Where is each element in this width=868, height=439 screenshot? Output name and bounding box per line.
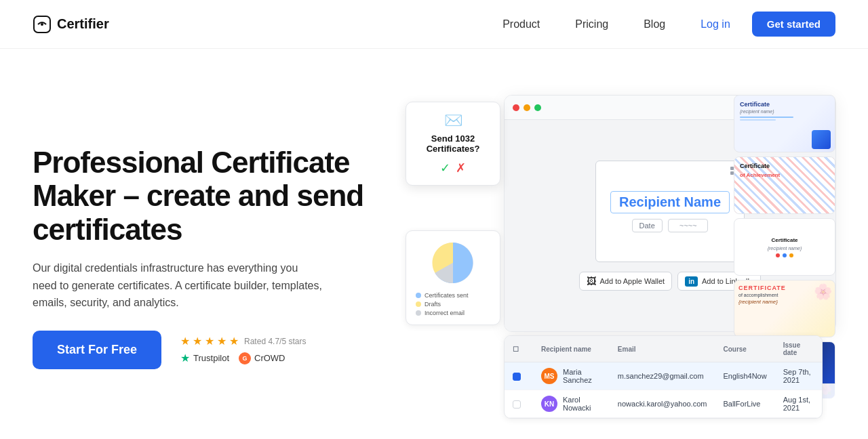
legend-drafts: Drafts bbox=[416, 301, 490, 308]
row1-name: MS Maria Sanchez bbox=[533, 362, 610, 390]
col-date: Issue date bbox=[775, 336, 822, 362]
nav-product[interactable]: Product bbox=[489, 13, 553, 36]
template-4-decor: 🌸 bbox=[814, 283, 832, 301]
nav-pricing[interactable]: Pricing bbox=[561, 13, 622, 36]
certificate-preview: Recipient Name Date ~~~~ bbox=[595, 161, 745, 262]
row1-course: English4Now bbox=[715, 362, 774, 390]
send-confirm-button[interactable]: ✓ bbox=[440, 161, 450, 175]
row2-name: KN Karol Nowacki bbox=[533, 390, 610, 418]
row2-course: BallForLive bbox=[715, 390, 774, 418]
window-maximize-dot bbox=[534, 104, 541, 111]
template-3-content: Certificate {recipient name} bbox=[734, 219, 835, 275]
table-row[interactable]: MS Maria Sanchez m.sanchez29@gmail.com E… bbox=[505, 362, 822, 390]
row1-check[interactable] bbox=[505, 362, 533, 390]
col-email: Email bbox=[610, 336, 715, 362]
checkbox-unchecked[interactable] bbox=[513, 400, 521, 409]
svg-point-1 bbox=[41, 23, 43, 26]
send-dialog: ✉️ Send 1032 Certificates? ✓ ✗ bbox=[406, 102, 500, 186]
recipients-table: ☐ Recipient name Email Course Issue date bbox=[505, 336, 822, 418]
window-close-dot bbox=[513, 104, 519, 111]
login-link[interactable]: Log in bbox=[687, 13, 744, 36]
linkedin-icon: in bbox=[685, 276, 698, 287]
crowd-label: CrOWD bbox=[254, 353, 285, 363]
legend-incorrect-label: Incorrect email bbox=[425, 310, 465, 316]
recipient-name: Karol Nowacki bbox=[563, 396, 601, 412]
template-1-content: Certificate {recipient name} bbox=[734, 96, 835, 126]
template-1-title: Certificate bbox=[740, 101, 829, 108]
trustpilot-badge: ★ Trustpilot bbox=[180, 352, 229, 364]
start-for-free-button[interactable]: Start For Free bbox=[33, 331, 161, 369]
row2-check[interactable] bbox=[505, 390, 533, 418]
avatar: MS bbox=[541, 368, 557, 384]
recipient-name: Maria Sanchez bbox=[563, 368, 601, 384]
recipient-name-field[interactable]: Recipient Name bbox=[610, 191, 730, 213]
col-check: ☐ bbox=[505, 336, 533, 362]
send-dialog-title: Send 1032 Certificates? bbox=[418, 133, 488, 154]
template-2-title: Certificate bbox=[740, 163, 770, 169]
logo[interactable]: Certifier bbox=[33, 15, 109, 34]
checkbox-checked[interactable] bbox=[513, 373, 521, 381]
window-minimize-dot bbox=[524, 104, 530, 111]
legend-drafts-label: Drafts bbox=[425, 301, 441, 308]
template-2-sub: of Achievement bbox=[740, 172, 780, 178]
pie-chart-card: Certificates sent Drafts Incorrect email bbox=[406, 230, 500, 325]
row1-email: m.sanchez29@gmail.com bbox=[610, 362, 715, 390]
send-cancel-button[interactable]: ✗ bbox=[456, 161, 466, 175]
email-icon: ✉️ bbox=[418, 112, 488, 129]
hero-heading: Professional Certificate Maker – create … bbox=[33, 146, 372, 246]
star-4: ★ bbox=[217, 335, 226, 348]
trustpilot-icon: ★ bbox=[180, 352, 190, 364]
recipients-table-card: ☐ Recipient name Email Course Issue date bbox=[504, 335, 823, 419]
template-3-italic: {recipient name} bbox=[768, 246, 802, 251]
cert-fields-row: Date ~~~~ bbox=[632, 219, 709, 232]
avatar-initials: MS bbox=[541, 368, 557, 384]
avatar-cell: MS Maria Sanchez bbox=[541, 368, 601, 384]
hero-left: Professional Certificate Maker – create … bbox=[33, 146, 372, 369]
star-1: ★ bbox=[180, 335, 190, 348]
crowd-icon: G bbox=[239, 352, 251, 364]
dot-red bbox=[776, 253, 780, 257]
legend-sent-label: Certificates sent bbox=[425, 292, 469, 299]
rated-text: Rated 4.7/5 stars bbox=[244, 337, 306, 346]
stars-row: ★ ★ ★ ★ ★ Rated 4.7/5 stars bbox=[180, 335, 306, 348]
star-2: ★ bbox=[193, 335, 202, 348]
trustpilot-label: Trustpilot bbox=[193, 353, 229, 363]
template-1-line2 bbox=[740, 119, 776, 121]
signature-field: ~~~~ bbox=[668, 219, 709, 232]
apple-icon: 🖼 bbox=[587, 276, 596, 287]
logo-text: Certifier bbox=[57, 16, 109, 32]
hero-cta-row: Start For Free ★ ★ ★ ★ ★ Rated 4.7/5 sta… bbox=[33, 331, 372, 369]
template-card-1[interactable]: Certificate {recipient name} bbox=[734, 95, 835, 152]
badges-row: ★ Trustpilot G CrOWD bbox=[180, 352, 306, 364]
star-half: ★ bbox=[229, 335, 239, 348]
template-card-4[interactable]: CERTIFICATE of accomplishment {recipient… bbox=[734, 280, 835, 337]
apple-wallet-button[interactable]: 🖼 Add to Apple Wallet bbox=[579, 272, 673, 291]
legend-sent: Certificates sent bbox=[416, 292, 490, 299]
table-row[interactable]: KN Karol Nowacki nowacki.karol@yahoo.com… bbox=[505, 390, 822, 418]
nav-blog[interactable]: Blog bbox=[630, 13, 679, 36]
get-started-button[interactable]: Get started bbox=[752, 12, 835, 37]
trust-block: ★ ★ ★ ★ ★ Rated 4.7/5 stars ★ Trustpilot… bbox=[180, 335, 306, 364]
avatar-cell: KN Karol Nowacki bbox=[541, 396, 601, 412]
send-dialog-buttons: ✓ ✗ bbox=[418, 161, 488, 175]
col-name: Recipient name bbox=[533, 336, 610, 362]
legend-drafts-dot bbox=[416, 301, 421, 307]
hero-section: Professional Certificate Maker – create … bbox=[0, 49, 868, 439]
table-header-row: ☐ Recipient name Email Course Issue date bbox=[505, 336, 822, 362]
pie-chart bbox=[429, 239, 477, 287]
nav-links: Product Pricing Blog Log in Get started bbox=[489, 12, 835, 37]
hero-subtext: Our digital credentials infrastructure h… bbox=[33, 259, 324, 312]
template-card-2[interactable]: Certificate of Achievement bbox=[734, 156, 835, 214]
date-field[interactable]: Date bbox=[632, 219, 663, 232]
crowd-badge: G CrOWD bbox=[239, 352, 285, 364]
col-course: Course bbox=[715, 336, 774, 362]
hero-illustration: ✉️ Send 1032 Certificates? ✓ ✗ bbox=[399, 95, 835, 420]
star-3: ★ bbox=[205, 335, 214, 348]
template-card-3[interactable]: Certificate {recipient name} bbox=[734, 218, 835, 276]
dot-blue bbox=[783, 253, 787, 257]
template-3-dots bbox=[776, 253, 793, 257]
legend-sent-dot bbox=[416, 293, 421, 298]
avatar-initials: KN bbox=[541, 396, 557, 412]
template-1-badge bbox=[812, 130, 831, 149]
avatar: KN bbox=[541, 396, 557, 412]
